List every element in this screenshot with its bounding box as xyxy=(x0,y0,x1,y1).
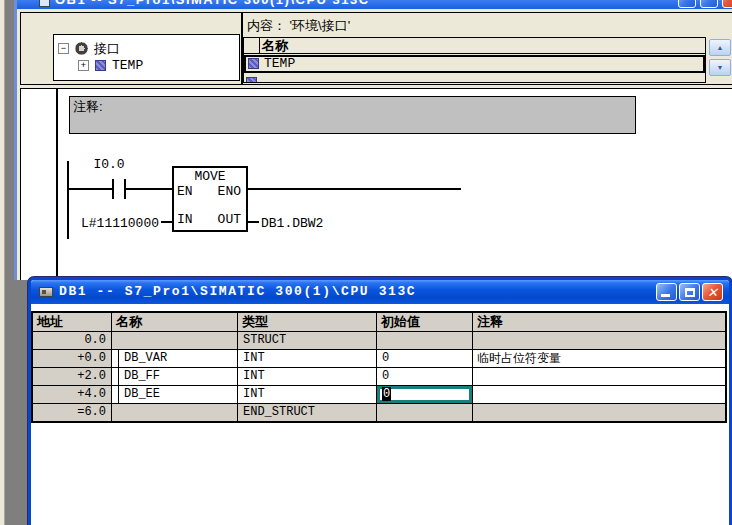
variable-table-header: 名称 xyxy=(244,38,705,54)
expand-icon[interactable]: + xyxy=(78,60,89,71)
pin-out: OUT xyxy=(218,212,241,227)
cell-comment[interactable] xyxy=(473,386,725,403)
cell-name[interactable] xyxy=(112,332,237,349)
cell-initial-selected[interactable]: 0 xyxy=(377,386,472,403)
variable-row-temp[interactable]: TEMP xyxy=(244,55,705,73)
network-margin-rule xyxy=(56,89,58,280)
column-header-address[interactable]: 地址 xyxy=(33,313,111,331)
cell-type[interactable]: END_STRUCT xyxy=(238,404,376,421)
cell-address[interactable]: +2.0 xyxy=(33,368,111,385)
cell-address[interactable]: +4.0 xyxy=(33,386,111,403)
variable-icon xyxy=(248,58,259,69)
cell-comment[interactable] xyxy=(473,404,725,421)
selected-value: 0 xyxy=(382,387,391,401)
cell-comment[interactable] xyxy=(473,332,725,349)
ob1-window-title: OB1 -- S7_Pro1\SIMATIC 300(1)\CPU 313C xyxy=(55,0,370,9)
declaration-pane: − 接口 + TEMP 内容： '环境\接口' 名称 TEMP xyxy=(20,12,732,84)
cell-name[interactable]: DB_EE xyxy=(112,386,237,403)
variable-icon xyxy=(246,77,257,83)
tree-item-label: TEMP xyxy=(112,58,143,73)
network-comment-box[interactable]: 注释: xyxy=(69,96,636,134)
variable-row-partial[interactable] xyxy=(244,74,705,83)
db1-content: 地址 名称 类型 初始值 注释 0.0 STRUCT +0.0 DB_VAR I… xyxy=(31,304,729,525)
operand-lead-wire xyxy=(248,221,259,223)
minimize-icon xyxy=(661,294,670,297)
db1-minimize-button[interactable] xyxy=(656,283,677,301)
interface-variable-table: 名称 TEMP xyxy=(243,37,706,83)
db1-window-title: DB1 -- S7_Pro1\SIMATIC 300(1)\CPU 313C xyxy=(59,280,416,304)
ob1-titlebar[interactable]: OB1 -- S7_Pro1\SIMATIC 300(1)\CPU 313C xyxy=(17,0,732,9)
cell-address[interactable]: =6.0 xyxy=(33,404,111,421)
cell-address[interactable]: +0.0 xyxy=(33,350,111,367)
block-title: MOVE xyxy=(174,169,246,184)
db1-editor-window: DB1 -- S7_Pro1\SIMATIC 300(1)\CPU 313C ✕… xyxy=(28,277,732,525)
column-header-name[interactable]: 名称 xyxy=(112,313,237,331)
cell-address[interactable]: 0.0 xyxy=(33,332,111,349)
column-header-comment[interactable]: 注释 xyxy=(473,313,725,331)
ob1-close-button[interactable] xyxy=(722,0,732,8)
db1-titlebar[interactable]: DB1 -- S7_Pro1\SIMATIC 300(1)\CPU 313C ✕ xyxy=(31,280,729,304)
declaration-tree: − 接口 + TEMP xyxy=(53,34,240,81)
cell-name[interactable]: DB_VAR xyxy=(112,350,237,367)
scroll-up-button[interactable]: ▲ xyxy=(709,39,731,56)
cell-initial[interactable]: 0 xyxy=(377,368,472,385)
maximize-icon xyxy=(685,288,695,297)
cell-type[interactable]: INT xyxy=(238,350,376,367)
ob1-maximize-button[interactable] xyxy=(700,0,718,8)
cell-type[interactable]: INT xyxy=(238,386,376,403)
collapse-icon[interactable]: − xyxy=(58,43,69,54)
cell-name[interactable]: DB_FF xyxy=(112,368,237,385)
column-header-type[interactable]: 类型 xyxy=(238,313,376,331)
operand-lead-wire xyxy=(161,221,172,223)
interface-icon xyxy=(75,42,88,55)
pin-en: EN xyxy=(177,184,193,199)
temp-section-icon xyxy=(95,60,106,71)
content-path-label: 内容： '环境\接口' xyxy=(247,17,350,35)
wire-segment xyxy=(67,188,112,190)
db-declaration-table: 地址 名称 类型 初始值 注释 0.0 STRUCT +0.0 DB_VAR I… xyxy=(31,311,727,423)
pin-in: IN xyxy=(177,212,193,227)
cell-comment[interactable]: 临时占位符变量 xyxy=(473,350,725,367)
column-header-name: 名称 xyxy=(262,38,288,54)
move-input-operand[interactable]: L#11110000 xyxy=(73,216,159,231)
desktop-edge-strip xyxy=(0,0,5,525)
db1-maximize-button[interactable] xyxy=(679,283,700,301)
power-rail xyxy=(67,161,69,239)
cell-type[interactable]: INT xyxy=(238,368,376,385)
move-block[interactable]: MOVE EN ENO IN OUT xyxy=(172,166,248,232)
pin-eno: ENO xyxy=(218,184,241,199)
contact-operand[interactable]: I0.0 xyxy=(87,157,131,172)
cell-initial[interactable] xyxy=(377,404,472,421)
tree-item-label: 接口 xyxy=(94,41,120,56)
ob1-minimize-button[interactable] xyxy=(678,0,696,8)
cell-initial[interactable]: 0 xyxy=(377,350,472,367)
cell-comment[interactable] xyxy=(473,368,725,385)
contact-left-bar xyxy=(112,179,114,199)
ladder-editor-pane: 注释: I0.0 MOVE EN ENO IN OUT L#11110000 D… xyxy=(20,88,732,280)
variable-name: TEMP xyxy=(264,57,295,71)
cell-type[interactable]: STRUCT xyxy=(238,332,376,349)
db1-window-icon xyxy=(39,287,53,297)
ob1-window-icon xyxy=(39,0,50,7)
db1-close-button[interactable]: ✕ xyxy=(702,283,723,301)
move-output-operand[interactable]: DB1.DBW2 xyxy=(261,216,323,231)
cell-name[interactable] xyxy=(112,404,237,421)
scroll-down-button[interactable]: ▼ xyxy=(709,59,731,76)
wire-segment xyxy=(248,188,461,190)
comment-label: 注释: xyxy=(73,98,103,116)
wire-segment xyxy=(126,188,172,190)
close-icon: ✕ xyxy=(703,284,722,300)
column-header-initial[interactable]: 初始值 xyxy=(377,313,472,331)
cell-initial[interactable] xyxy=(377,332,472,349)
ob1-editor-window: OB1 -- S7_Pro1\SIMATIC 300(1)\CPU 313C −… xyxy=(14,0,732,280)
